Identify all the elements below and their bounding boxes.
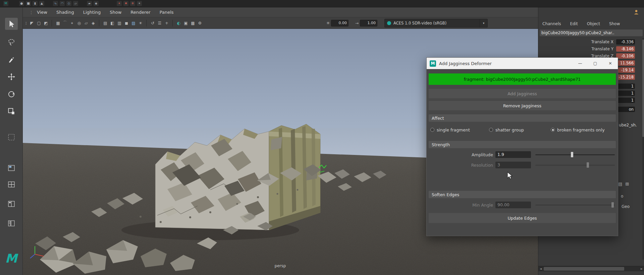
- add-jagginess-button[interactable]: Add Jagginess: [429, 89, 616, 98]
- channel-value[interactable]: 1: [616, 91, 635, 96]
- last-tool-slot-button[interactable]: [5, 131, 18, 143]
- strength-section-header[interactable]: Strength: [429, 141, 616, 148]
- remove-jagginess-button[interactable]: Remove Jagginess: [429, 101, 616, 110]
- chevron-down-icon[interactable]: ▾: [480, 19, 487, 27]
- shape-node-name[interactable]: ube2_sh.: [619, 123, 637, 127]
- select-tool-button[interactable]: [5, 18, 18, 30]
- render-settings-icon[interactable]: ⚙: [197, 20, 203, 26]
- character-set-icon[interactable]: [633, 9, 639, 15]
- shelf-surface-icon[interactable]: ◇: [66, 1, 71, 6]
- amplitude-slider[interactable]: [535, 151, 615, 158]
- menu-show[interactable]: Show: [110, 10, 121, 15]
- paint-select-tool-button[interactable]: [5, 53, 18, 65]
- menu-lighting[interactable]: Lighting: [83, 10, 101, 15]
- shelf-cone-icon[interactable]: ▲: [39, 1, 44, 6]
- wireframe-icon[interactable]: ▥: [116, 20, 122, 26]
- display-layer-name[interactable]: o: [621, 194, 623, 199]
- status-numeric-field-1-value[interactable]: 0.00: [331, 20, 348, 26]
- resolution-slider[interactable]: [535, 162, 615, 168]
- channel-value[interactable]: 1: [616, 98, 635, 103]
- layout-two-pane-button[interactable]: [6, 199, 17, 209]
- channel-value[interactable]: -0.106: [616, 53, 635, 59]
- layout-single-pane-button[interactable]: [6, 163, 17, 173]
- snap-to-projected-center-icon[interactable]: ◎: [76, 20, 82, 26]
- channel-value[interactable]: -15.218: [616, 74, 635, 80]
- grid-display-icon[interactable]: ▤: [102, 20, 108, 26]
- shelf-fx-icon[interactable]: ✸: [123, 1, 128, 6]
- shelf-cube-icon[interactable]: ■: [26, 1, 31, 6]
- channelbox-menu-show[interactable]: Show: [609, 21, 620, 26]
- layout-four-pane-button[interactable]: [6, 180, 17, 189]
- move-tool-button[interactable]: [5, 71, 18, 83]
- rotate-tool-button[interactable]: [5, 88, 18, 100]
- scroll-right-icon[interactable]: ►: [639, 267, 644, 270]
- select-by-component-icon[interactable]: ◩: [43, 20, 49, 26]
- channel-value[interactable]: on: [616, 107, 635, 112]
- shelf-fx-icon[interactable]: ❋: [130, 1, 135, 6]
- channelbox-menu-edit[interactable]: Edit: [570, 21, 578, 26]
- menu-renderer[interactable]: Renderer: [130, 10, 150, 15]
- render-view-icon[interactable]: ◐: [175, 20, 182, 26]
- radio-shatter-group[interactable]: shatter group: [489, 126, 524, 134]
- shelf-cylinder-icon[interactable]: ▮: [33, 1, 38, 6]
- snap-to-view-plane-icon[interactable]: ▱: [83, 20, 89, 26]
- display-layer-name[interactable]: Geo: [622, 204, 630, 209]
- close-button[interactable]: ✕: [603, 58, 618, 69]
- channelbox-menu-channels[interactable]: Channels: [542, 21, 561, 26]
- channel-value[interactable]: 1: [616, 84, 635, 89]
- shelf-fx-icon[interactable]: ✦: [117, 1, 122, 6]
- lighting-icon[interactable]: ☀: [137, 20, 144, 26]
- shelf-curve-icon[interactable]: ∿: [53, 1, 58, 6]
- min-angle-slider-handle[interactable]: [611, 202, 614, 208]
- channelbox-menu-object[interactable]: Object: [587, 21, 600, 26]
- construction-history-icon[interactable]: ↺: [149, 20, 156, 26]
- update-edges-button[interactable]: Update Edges: [429, 213, 616, 223]
- maya-app-icon[interactable]: M: [3, 1, 8, 6]
- affect-section-header[interactable]: Affect: [429, 114, 616, 122]
- scrollbar-thumb[interactable]: [544, 267, 624, 271]
- amplitude-input[interactable]: 1.9: [495, 151, 531, 158]
- channel-value[interactable]: -19.14: [616, 67, 635, 73]
- radio-single-fragment[interactable]: single fragment: [430, 126, 470, 134]
- shaded-icon[interactable]: ◼: [123, 20, 129, 26]
- layer-editor-icon[interactable]: ▤: [618, 181, 622, 186]
- textured-icon[interactable]: ▨: [130, 20, 137, 26]
- select-by-object-icon[interactable]: ▢: [36, 20, 42, 26]
- channel-box-vertical-scrollbar[interactable]: [642, 38, 644, 260]
- snap-to-grid-icon[interactable]: ▦: [55, 20, 61, 26]
- scroll-left-icon[interactable]: ◄: [538, 267, 543, 270]
- shelf-arc-icon[interactable]: ◠: [60, 1, 65, 6]
- layout-outliner-persp-button[interactable]: [6, 219, 17, 228]
- make-live-icon[interactable]: ◈: [90, 20, 96, 26]
- resolution-input[interactable]: 3: [495, 162, 531, 168]
- menu-panels[interactable]: Panels: [160, 10, 174, 15]
- ipr-render-icon[interactable]: ▩: [190, 20, 196, 26]
- shelf-poly-icon[interactable]: ▰: [87, 1, 92, 6]
- channel-box-horizontal-scrollbar[interactable]: ◄ ►: [538, 266, 644, 271]
- select-by-hierarchy-icon[interactable]: ◤: [29, 20, 35, 26]
- minimize-button[interactable]: —: [573, 58, 588, 69]
- radio-broken-fragments-only[interactable]: broken fragments only: [551, 126, 605, 134]
- maximize-button[interactable]: ▢: [588, 58, 603, 69]
- channel-value[interactable]: -8.146: [616, 46, 635, 52]
- new-layer-icon[interactable]: ⊞: [625, 181, 629, 186]
- min-angle-slider[interactable]: [535, 202, 615, 208]
- menu-shading[interactable]: Shading: [56, 10, 74, 15]
- channel-box-node-name[interactable]: bigCube2000Jaggy50:pCube2_shar..: [540, 30, 643, 36]
- channel-value[interactable]: -0.336: [616, 39, 635, 45]
- channel-value[interactable]: 11.566: [616, 60, 635, 66]
- scale-tool-button[interactable]: [5, 105, 18, 117]
- status-numeric-field-2-value[interactable]: 1.00: [360, 20, 377, 26]
- dialog-title-bar[interactable]: M Add Jagginess Deformer —▢✕: [427, 58, 618, 69]
- resolution-slider-handle[interactable]: [587, 162, 589, 168]
- lasso-tool-button[interactable]: [5, 36, 18, 48]
- shelf-plane-icon[interactable]: ▱: [73, 1, 78, 6]
- amplitude-slider-handle[interactable]: [571, 152, 573, 157]
- render-frame-icon[interactable]: ▣: [182, 20, 189, 26]
- soften-edges-section-header[interactable]: Soften Edges: [429, 191, 616, 198]
- color-management-dropdown[interactable]: ACES 1.0 SDR-video (sRGB)▾: [384, 19, 488, 28]
- isolate-select-icon[interactable]: ◧: [109, 20, 115, 26]
- min-angle-input[interactable]: 90.00: [495, 202, 531, 208]
- snap-to-point-icon[interactable]: ⌖: [69, 20, 75, 26]
- symmetry-icon[interactable]: +: [163, 20, 170, 26]
